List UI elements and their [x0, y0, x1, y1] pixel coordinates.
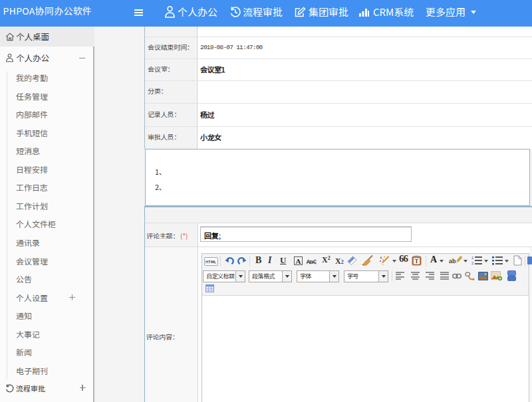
- svg-text:T: T: [415, 258, 419, 264]
- svg-text:2: 2: [471, 261, 473, 265]
- svg-text:1: 1: [471, 256, 473, 260]
- svg-text:ab: ab: [449, 258, 456, 264]
